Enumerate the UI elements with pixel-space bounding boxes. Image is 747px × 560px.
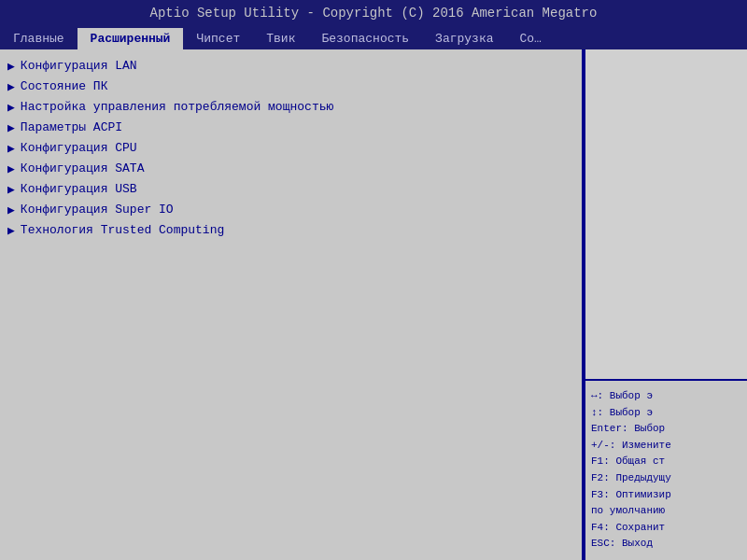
shortcut-navigate-vertical: ↕: Выбор э — [591, 405, 741, 422]
menu-item-trusted[interactable]: ▶ Технология Trusted Computing — [7, 223, 574, 238]
left-panel: ▶ Конфигурация LAN ▶ Состояние ПК ▶ Наст… — [0, 49, 584, 560]
shortcut-enter: Enter: Выбор — [591, 421, 741, 438]
arrow-icon-cpu: ▶ — [7, 141, 15, 156]
right-top-area — [585, 49, 747, 381]
shortcut-esc: ESC: Выход — [591, 536, 741, 553]
arrow-icon-usb: ▶ — [7, 182, 15, 197]
menu-item-lan-text: Конфигурация LAN — [21, 59, 137, 73]
arrow-icon-trusted: ▶ — [7, 223, 15, 238]
arrow-icon-sata: ▶ — [7, 161, 15, 176]
menu-item-cpu[interactable]: ▶ Конфигурация CPU — [7, 141, 574, 156]
screen: Aptio Setup Utility - Copyright (C) 2016… — [0, 0, 747, 560]
arrow-icon-acpi: ▶ — [7, 120, 15, 135]
title-bar: Aptio Setup Utility - Copyright (C) 2016… — [0, 0, 747, 26]
menu-item-trusted-text: Технология Trusted Computing — [21, 223, 224, 237]
shortcuts-panel: ↔: Выбор э ↕: Выбор э Enter: Выбор +/-: … — [585, 381, 747, 560]
menu-item-usb-text: Конфигурация USB — [21, 182, 137, 196]
shortcut-plus-minus: +/-: Измените — [591, 438, 741, 455]
menu-item-cpu-text: Конфигурация CPU — [21, 141, 137, 155]
shortcut-f1: F1: Общая ст — [591, 454, 741, 470]
menu-item-usb[interactable]: ▶ Конфигурация USB — [7, 182, 574, 197]
title-text: Aptio Setup Utility - Copyright (C) 2016… — [150, 6, 598, 21]
menu-item-state-text: Состояние ПК — [21, 79, 108, 93]
arrow-icon-superio: ▶ — [7, 203, 15, 217]
main-content: ▶ Конфигурация LAN ▶ Состояние ПК ▶ Наст… — [0, 49, 747, 560]
menu-item-superio[interactable]: ▶ Конфигурация Super IO — [7, 203, 574, 217]
menu-item-power[interactable]: ▶ Настройка управления потребляемой мощн… — [7, 100, 574, 115]
menu-item-acpi[interactable]: ▶ Параметры ACPI — [7, 120, 574, 135]
tab-zagruzka[interactable]: Загрузка — [422, 28, 506, 49]
shortcut-navigate-horizontal: ↔: Выбор э — [591, 388, 741, 405]
menu-item-superio-text: Конфигурация Super IO — [21, 203, 174, 217]
shortcut-f3-desc: по умолчанию — [591, 503, 741, 520]
menu-item-state[interactable]: ▶ Состояние ПК — [7, 79, 574, 94]
shortcut-f4: F4: Сохранит — [591, 520, 741, 537]
tab-rasshirennyy[interactable]: Расширенный — [78, 28, 184, 49]
tab-tvik[interactable]: Твик — [253, 28, 308, 49]
arrow-icon-power: ▶ — [7, 100, 15, 115]
arrow-icon-lan: ▶ — [7, 59, 15, 74]
tab-glavnye[interactable]: Главные — [0, 28, 78, 49]
menu-item-power-text: Настройка управления потребляемой мощнос… — [21, 100, 333, 114]
menu-item-sata[interactable]: ▶ Конфигурация SATA — [7, 161, 574, 176]
menu-item-sata-text: Конфигурация SATA — [21, 161, 145, 175]
shortcut-f3: F3: Оптимизир — [591, 487, 741, 504]
arrow-icon-state: ▶ — [7, 79, 15, 94]
shortcut-f2: F2: Предыдущу — [591, 470, 741, 487]
tab-bar: Главные Расширенный Чипсет Твик Безопасн… — [0, 26, 747, 49]
tab-servis[interactable]: Со… — [507, 28, 555, 49]
tab-bezopasnost[interactable]: Безопасность — [308, 28, 422, 49]
tab-chipset[interactable]: Чипсет — [183, 28, 253, 49]
menu-item-lan[interactable]: ▶ Конфигурация LAN — [7, 59, 574, 74]
menu-item-acpi-text: Параметры ACPI — [21, 120, 122, 134]
right-panel: ↔: Выбор э ↕: Выбор э Enter: Выбор +/-: … — [584, 49, 747, 560]
